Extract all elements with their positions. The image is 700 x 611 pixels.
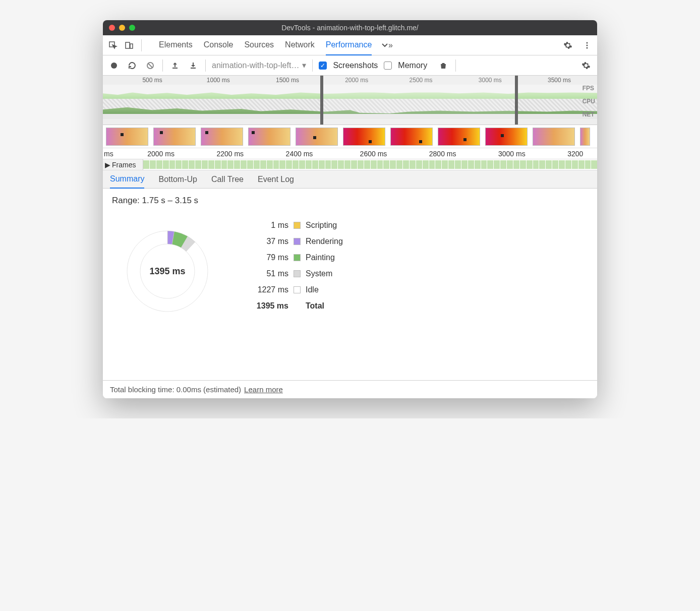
overview-panel[interactable]: 500 ms 1000 ms 1500 ms 2000 ms 2500 ms 3… xyxy=(103,76,597,125)
screenshot-thumb[interactable] xyxy=(438,128,480,146)
frame-block[interactable] xyxy=(572,160,578,169)
minimize-window-button[interactable] xyxy=(119,25,125,31)
memory-checkbox[interactable] xyxy=(384,62,392,70)
frame-block[interactable] xyxy=(539,160,545,169)
frame-block[interactable] xyxy=(247,160,253,169)
frame-block[interactable] xyxy=(423,160,429,169)
screenshot-thumb[interactable] xyxy=(296,128,338,146)
frame-block[interactable] xyxy=(507,160,513,169)
kebab-menu-icon[interactable] xyxy=(580,38,594,52)
frame-block[interactable] xyxy=(461,160,468,169)
capture-settings-icon[interactable] xyxy=(580,59,592,72)
frame-block[interactable] xyxy=(448,160,454,169)
screenshot-thumb[interactable] xyxy=(153,128,196,146)
frame-block[interactable] xyxy=(286,160,292,169)
detail-tab-eventlog[interactable]: Event Log xyxy=(258,171,294,188)
frame-block[interactable] xyxy=(306,160,312,169)
screenshot-thumb[interactable] xyxy=(343,128,385,146)
frame-block[interactable] xyxy=(533,160,539,169)
frame-block[interactable] xyxy=(494,160,500,169)
frame-block[interactable] xyxy=(208,160,214,169)
frame-block[interactable] xyxy=(299,160,305,169)
frame-block[interactable] xyxy=(358,160,364,169)
frame-block[interactable] xyxy=(176,160,182,169)
inspect-element-icon[interactable] xyxy=(106,38,120,52)
frame-block[interactable] xyxy=(435,160,441,169)
learn-more-link[interactable]: Learn more xyxy=(244,385,283,394)
frame-block[interactable] xyxy=(344,160,351,169)
frame-block[interactable] xyxy=(221,160,227,169)
frame-block[interactable] xyxy=(338,160,344,169)
detail-tab-bottomup[interactable]: Bottom-Up xyxy=(158,171,197,188)
device-toolbar-icon[interactable] xyxy=(122,38,136,52)
frame-block[interactable] xyxy=(371,160,377,169)
frame-block[interactable] xyxy=(331,160,337,169)
frame-block[interactable] xyxy=(227,160,234,169)
tab-elements[interactable]: Elements xyxy=(159,35,193,55)
frame-block[interactable] xyxy=(260,160,266,169)
zoom-window-button[interactable] xyxy=(129,25,135,31)
screenshot-thumb[interactable] xyxy=(248,128,290,146)
frame-block[interactable] xyxy=(585,160,591,169)
frame-block[interactable] xyxy=(312,160,318,169)
record-button[interactable] xyxy=(108,59,120,72)
frame-block[interactable] xyxy=(319,160,325,169)
frame-block[interactable] xyxy=(475,160,481,169)
frame-block[interactable] xyxy=(202,160,208,169)
filmstrip[interactable] xyxy=(103,125,597,148)
download-profile-icon[interactable] xyxy=(187,59,199,72)
frame-block[interactable] xyxy=(390,160,396,169)
frame-block[interactable] xyxy=(279,160,285,169)
garbage-collect-icon[interactable] xyxy=(437,59,449,72)
frame-block[interactable] xyxy=(442,160,448,169)
tab-network[interactable]: Network xyxy=(285,35,315,55)
tab-console[interactable]: Console xyxy=(204,35,234,55)
frame-block[interactable] xyxy=(150,160,156,169)
reload-record-button[interactable] xyxy=(126,59,138,72)
frame-block[interactable] xyxy=(215,160,221,169)
frame-block[interactable] xyxy=(481,160,487,169)
more-tabs-icon[interactable]: » xyxy=(380,38,394,52)
frame-block[interactable] xyxy=(377,160,383,169)
clear-button[interactable] xyxy=(144,59,156,72)
frame-block[interactable] xyxy=(403,160,409,169)
frame-block[interactable] xyxy=(552,160,558,169)
frame-block[interactable] xyxy=(416,160,422,169)
frame-block[interactable] xyxy=(396,160,402,169)
frame-block[interactable] xyxy=(468,160,474,169)
frame-block[interactable] xyxy=(234,160,240,169)
screenshot-thumb[interactable] xyxy=(201,128,243,146)
frame-block[interactable] xyxy=(325,160,331,169)
screenshot-thumb[interactable] xyxy=(485,128,528,146)
frame-block[interactable] xyxy=(455,160,461,169)
frame-block[interactable] xyxy=(182,160,188,169)
frame-block[interactable] xyxy=(429,160,435,169)
screenshot-thumb[interactable] xyxy=(580,128,590,146)
detail-tab-summary[interactable]: Summary xyxy=(110,170,144,189)
frame-block[interactable] xyxy=(487,160,493,169)
screenshots-checkbox[interactable]: ✓ xyxy=(319,62,327,70)
frame-block[interactable] xyxy=(351,160,357,169)
timeline-ruler[interactable]: ms 2000 ms 2200 ms 2400 ms 2600 ms 2800 … xyxy=(103,148,597,159)
frame-block[interactable] xyxy=(591,160,597,169)
tab-performance[interactable]: Performance xyxy=(326,35,372,55)
recording-selector[interactable]: animation-with-top-left… ▾ xyxy=(212,60,306,70)
frame-block[interactable] xyxy=(559,160,565,169)
detail-tab-calltree[interactable]: Call Tree xyxy=(211,171,244,188)
frame-block[interactable] xyxy=(169,160,176,169)
frame-block[interactable] xyxy=(565,160,571,169)
frame-block[interactable] xyxy=(500,160,506,169)
frame-block[interactable] xyxy=(189,160,195,169)
close-window-button[interactable] xyxy=(109,25,115,31)
frame-block[interactable] xyxy=(364,160,370,169)
frame-block[interactable] xyxy=(267,160,273,169)
screenshot-thumb[interactable] xyxy=(106,128,148,146)
frame-block[interactable] xyxy=(578,160,585,169)
frame-block[interactable] xyxy=(241,160,247,169)
frames-toggle[interactable]: ▶ Frames xyxy=(103,159,143,170)
frame-block[interactable] xyxy=(156,160,162,169)
frame-block[interactable] xyxy=(527,160,533,169)
overview-selection[interactable] xyxy=(320,76,518,125)
frame-block[interactable] xyxy=(293,160,299,169)
frame-block[interactable] xyxy=(520,160,526,169)
